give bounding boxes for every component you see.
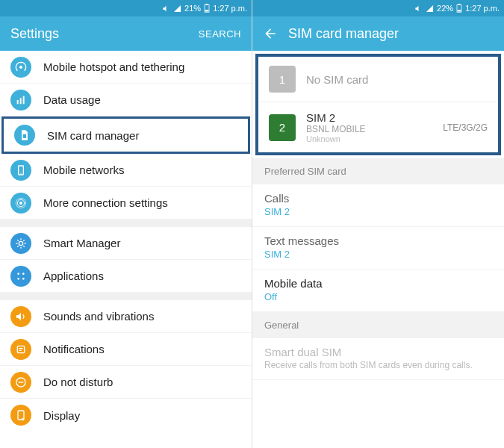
svg-rect-23	[18, 411, 24, 420]
sim2-status: Unknown	[306, 134, 432, 143]
item-label: Mobile hotspot and tethering	[43, 60, 184, 73]
display-icon	[10, 405, 31, 426]
item-label: Notifications	[43, 343, 105, 355]
item-label: Sounds and vibrations	[43, 310, 154, 323]
sounds-icon	[10, 306, 31, 327]
item-sim-card-manager[interactable]: SIM card manager	[4, 119, 248, 152]
sim-manager-screen: 22% 1:27 p.m. SIM card manager 1 No SIM …	[252, 0, 504, 448]
item-label: Smart Manager	[43, 237, 120, 249]
sim-slot-1[interactable]: 1 No SIM card	[258, 57, 498, 102]
section-general: General	[252, 312, 504, 338]
item-mobile-networks[interactable]: Mobile networks	[0, 154, 252, 187]
svg-rect-6	[23, 96, 25, 104]
svg-rect-26	[458, 10, 461, 11]
item-dnd[interactable]: Do not disturb	[0, 366, 252, 399]
sim-slot-2[interactable]: 2 SIM 2 BSNL MOBILE Unknown LTE/3G/2G	[258, 102, 498, 152]
pref-value: SIM 2	[264, 206, 492, 217]
back-icon[interactable]	[263, 26, 278, 41]
item-label: SIM card manager	[47, 129, 139, 142]
battery-text: 21%	[184, 4, 201, 13]
smart-manager-icon	[10, 233, 31, 254]
item-label: Applications	[43, 270, 104, 282]
sim-manager-header: SIM card manager	[252, 16, 504, 51]
page-title: Settings	[10, 26, 188, 42]
pref-calls[interactable]: Calls SIM 2	[252, 184, 504, 227]
settings-header: Settings SEARCH	[0, 16, 252, 51]
search-button[interactable]: SEARCH	[199, 28, 241, 40]
svg-point-15	[22, 273, 25, 275]
pref-label: Smart dual SIM	[264, 346, 492, 358]
dnd-icon	[10, 372, 31, 393]
item-smart-manager[interactable]: Smart Manager	[0, 227, 252, 260]
svg-rect-19	[19, 348, 22, 349]
item-label: More connection settings	[43, 196, 168, 209]
battery-icon	[204, 4, 210, 13]
svg-rect-5	[20, 98, 22, 104]
battery-text: 22%	[437, 4, 453, 13]
item-data-usage[interactable]: Data usage	[0, 84, 252, 116]
svg-rect-25	[458, 4, 461, 5]
sim-icon	[14, 125, 35, 146]
divider	[0, 220, 252, 227]
section-preferred: Preferred SIM card	[252, 158, 504, 184]
pref-smart-dual-sim: Smart dual SIM Receive calls from both S…	[252, 338, 504, 380]
item-hotspot[interactable]: Mobile hotspot and tethering	[0, 51, 252, 84]
settings-list: Mobile hotspot and tethering Data usage …	[0, 51, 252, 448]
pref-value: Off	[264, 291, 492, 302]
signal-icon	[173, 4, 181, 13]
pref-desc: Receive calls from both SIM cards even d…	[264, 360, 492, 370]
sim2-mode: LTE/3G/2G	[443, 122, 488, 133]
svg-point-9	[20, 172, 21, 173]
sim2-carrier: BSNL MOBILE	[306, 124, 432, 134]
pref-label: Calls	[264, 192, 492, 205]
mute-icon	[414, 4, 423, 13]
item-label: Do not disturb	[43, 376, 113, 388]
status-bar: 21% 1:27 p.m.	[0, 0, 252, 16]
clock-text: 1:27 p.m.	[465, 4, 500, 13]
sim-cards-block: 1 No SIM card 2 SIM 2 BSNL MOBILE Unknow…	[255, 54, 501, 155]
sim1-badge: 1	[269, 66, 296, 93]
pref-mobile-data[interactable]: Mobile data Off	[252, 270, 504, 312]
signal-icon	[426, 4, 434, 13]
page-title: SIM card manager	[288, 26, 494, 42]
item-label: Display	[43, 409, 80, 422]
svg-rect-4	[17, 100, 19, 104]
mute-icon	[162, 4, 170, 13]
svg-rect-1	[206, 4, 208, 5]
svg-point-3	[19, 66, 22, 69]
pref-texts[interactable]: Text messages SIM 2	[252, 227, 504, 270]
svg-point-17	[22, 278, 25, 280]
status-bar: 22% 1:27 p.m.	[252, 0, 504, 16]
settings-screen: 21% 1:27 p.m. Settings SEARCH Mobile hot…	[0, 0, 252, 448]
svg-point-10	[19, 202, 22, 205]
sim2-badge: 2	[269, 114, 296, 141]
sim1-label: No SIM card	[306, 73, 488, 86]
data-usage-icon	[10, 90, 31, 111]
more-connections-icon	[10, 193, 31, 214]
pref-value: SIM 2	[264, 249, 492, 260]
pref-label: Mobile data	[264, 277, 492, 290]
item-applications[interactable]: Applications	[0, 260, 252, 293]
svg-point-16	[17, 278, 19, 280]
svg-point-13	[19, 241, 22, 245]
divider	[0, 293, 252, 300]
svg-rect-22	[19, 382, 24, 382]
item-notifications[interactable]: Notifications	[0, 333, 252, 366]
item-more-connections[interactable]: More connection settings	[0, 187, 252, 220]
svg-rect-18	[17, 346, 24, 352]
clock-text: 1:27 p.m.	[213, 4, 247, 13]
battery-icon	[456, 4, 462, 13]
svg-rect-20	[19, 349, 21, 350]
sim2-label: SIM 2	[306, 111, 432, 124]
svg-rect-2	[205, 10, 209, 11]
svg-rect-7	[23, 134, 26, 138]
svg-point-14	[17, 273, 19, 275]
item-label: Data usage	[43, 93, 101, 106]
item-display[interactable]: Display	[0, 399, 252, 432]
notifications-icon	[10, 339, 31, 360]
mobile-networks-icon	[10, 160, 31, 181]
hotspot-icon	[10, 57, 31, 78]
pref-label: Text messages	[264, 234, 492, 247]
item-sounds[interactable]: Sounds and vibrations	[0, 300, 252, 333]
item-label: Mobile networks	[43, 164, 124, 176]
